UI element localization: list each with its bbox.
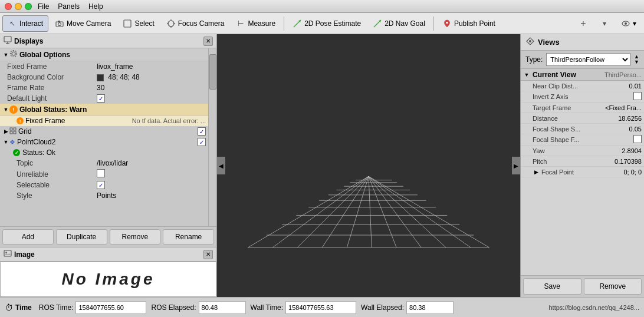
focal-shape-f-check[interactable] [633,135,642,143]
focal-shape-f-label: Focal Shape F... [533,136,606,143]
color-swatch [97,74,104,81]
focal-shape-f-checkbox[interactable] [606,135,642,144]
target-frame-value[interactable]: <Fixed Fra... [605,104,642,111]
measure-button[interactable]: ⊢ Measure [231,15,281,32]
frame-rate-value[interactable]: 30 [97,84,206,92]
move-camera-label: Move Camera [67,19,111,28]
scrollbar-thumb[interactable] [209,54,216,90]
views-type-spin-up[interactable]: ▲▼ [634,54,639,65]
focal-point-arrow[interactable]: ▶ [533,169,540,176]
selectable-row: Selectable ✓ [0,180,208,190]
views-target-frame-row: Target Frame <Fixed Fra... [521,103,644,113]
ros-elapsed-input[interactable] [199,301,246,314]
views-type-select[interactable]: ThirdPersonFollow [546,53,630,66]
selectable-checkbox[interactable]: ✓ [97,181,206,190]
warn-icon: ! [9,105,18,114]
global-status-arrow[interactable]: ▼ [2,106,9,113]
unreliable-label: Unreliable [2,170,97,179]
invert-z-checkbox[interactable] [606,92,642,101]
unreliable-checkbox[interactable] [97,169,206,179]
near-clip-value[interactable]: 0.01 [606,82,642,90]
wall-elapsed-input[interactable] [406,301,454,314]
grid-settings-icon [9,127,17,136]
fixed-frame-warn-icon: ! [17,117,24,124]
svg-point-19 [12,52,15,55]
file-menu[interactable]: File [38,2,49,11]
displays-scrollbar[interactable] [208,48,216,226]
displays-close-button[interactable]: ✕ [203,37,213,46]
viewport-right-arrow[interactable]: ▶ [512,157,520,174]
pointcloud2-expand-arrow[interactable]: ▼ [2,138,9,146]
displays-panel-title: Displays [14,37,43,45]
image-close-button[interactable]: ✕ [203,250,213,259]
remove-button[interactable]: Remove [110,229,161,245]
current-view-arrow[interactable]: ▼ [523,71,530,78]
focus-camera-button[interactable]: Focus Camera [161,15,230,32]
move-camera-button[interactable]: Move Camera [50,15,116,32]
focal-shape-s-value[interactable]: 0.05 [606,126,642,133]
distance-value[interactable]: 18.6256 [606,115,642,122]
wall-time-input[interactable] [285,301,356,314]
grid-label: Grid [18,127,108,136]
ros-time-input[interactable] [75,301,146,314]
pointcloud2-checkbox[interactable]: ✓ [198,138,206,146]
separator-2 [433,16,434,31]
views-pitch-row: Pitch 0.170398 [521,156,644,167]
panels-menu[interactable]: Panels [58,2,80,11]
select-button[interactable]: Select [117,15,159,32]
svg-point-20 [11,51,17,57]
close-button[interactable] [5,3,12,10]
eye-btn[interactable]: ▾ [616,15,642,32]
unreliable-check[interactable] [97,169,105,177]
views-distance-row: Distance 18.6256 [521,113,644,124]
views-save-button[interactable]: Save [523,278,581,295]
maximize-button[interactable] [25,3,32,10]
pitch-value[interactable]: 0.170398 [606,158,642,165]
topic-value[interactable]: /livox/lidar [97,159,206,167]
svg-point-13 [446,21,448,24]
bg-color-value[interactable]: 48; 48; 48 [97,73,206,81]
fixed-frame-value[interactable]: livox_frame [97,62,206,71]
grid-row: ▶ Grid ✓ [0,126,208,137]
title-bar: File Panels Help [0,0,644,13]
interact-button[interactable]: ↖ Interact [2,15,48,32]
rename-button[interactable]: Rename [163,229,214,245]
default-light-checkbox[interactable]: ✓ [97,94,206,103]
fixed-frame-row: Fixed Frame livox_frame [0,61,208,72]
global-options-arrow[interactable]: ▼ [2,51,9,58]
views-buttons: Save Remove [521,275,644,297]
invert-z-check[interactable] [633,92,642,100]
svg-rect-16 [4,37,11,42]
svg-point-26 [5,252,6,253]
help-menu[interactable]: Help [88,2,103,11]
dropdown-btn[interactable]: ▾ [594,15,615,32]
3d-viewport[interactable]: ◀ [217,34,520,297]
default-light-check[interactable]: ✓ [97,94,105,103]
selectable-check[interactable]: ✓ [97,181,105,189]
wall-time-label: Wall Time: [251,303,284,312]
status-bar: ⏱ Time ROS Time: ROS Elapsed: Wall Time:… [0,297,644,317]
status-url[interactable]: https://blog.csdn.net/qq_4248... [548,304,639,311]
style-value[interactable]: Points [97,191,206,200]
grid-expand-arrow[interactable]: ▶ [2,128,9,135]
image-title: Image [4,249,35,259]
grid-checkbox[interactable]: ✓ [198,127,206,136]
views-panel: Views Type: ThirdPersonFollow ▲▼ ▼ Curre… [520,34,644,297]
fixed-frame-warn-row: ! Fixed Frame No tf data. Actual error: … [0,115,208,126]
views-remove-button[interactable]: Remove [584,278,642,295]
publish-point-label: Publish Point [454,19,495,28]
yaw-value[interactable]: 2.8904 [606,147,642,154]
publish-point-button[interactable]: Publish Point [437,15,501,32]
minimize-button[interactable] [15,3,22,10]
duplicate-button[interactable]: Duplicate [56,229,107,245]
2d-nav-button[interactable]: 2D Nav Goal [367,15,431,32]
2d-pose-button[interactable]: 2D Pose Estimate [287,15,366,32]
plus-icon-btn[interactable]: + [573,15,593,32]
svg-point-4 [168,21,174,27]
eye-icon [621,19,630,28]
bg-color-label: Background Color [2,73,97,81]
viewport-left-arrow[interactable]: ◀ [217,157,225,174]
add-button[interactable]: Add [2,229,54,245]
svg-rect-2 [58,21,60,22]
focal-point-value[interactable]: 0; 0; 0 [606,169,642,176]
